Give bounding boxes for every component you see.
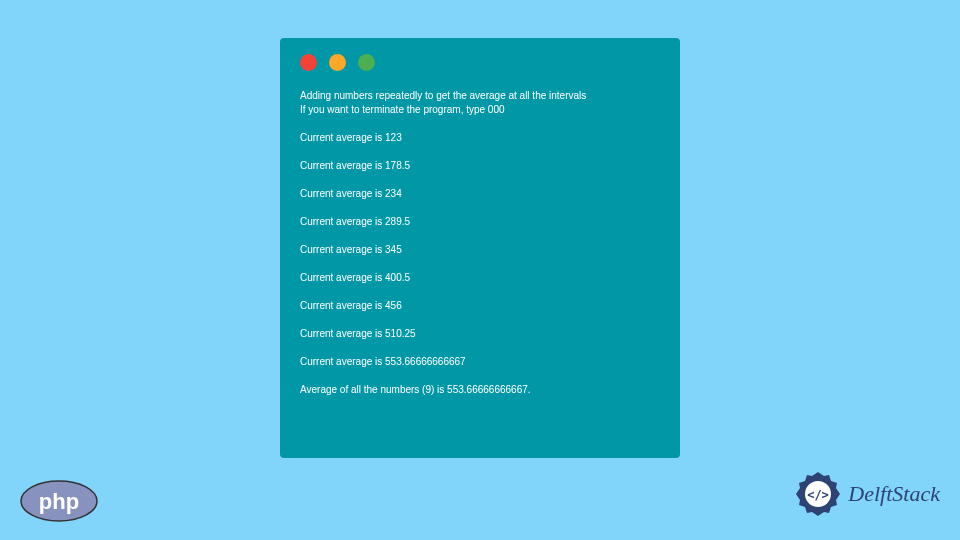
terminal-window: Adding numbers repeatedly to get the ave… <box>280 38 680 458</box>
output-line: Current average is 123 <box>300 131 660 145</box>
terminal-output: Adding numbers repeatedly to get the ave… <box>300 89 660 397</box>
minimize-icon[interactable] <box>329 54 346 71</box>
header-line: If you want to terminate the program, ty… <box>300 103 660 117</box>
delftstack-icon: </> <box>794 470 842 518</box>
maximize-icon[interactable] <box>358 54 375 71</box>
svg-text:</>: </> <box>808 488 830 502</box>
delftstack-logo: </> DelftStack <box>794 470 940 518</box>
output-line: Current average is 345 <box>300 243 660 257</box>
output-line: Current average is 289.5 <box>300 215 660 229</box>
final-line: Average of all the numbers (9) is 553.66… <box>300 383 660 397</box>
output-line: Current average is 234 <box>300 187 660 201</box>
output-line: Current average is 510.25 <box>300 327 660 341</box>
close-icon[interactable] <box>300 54 317 71</box>
output-line: Current average is 553.66666666667 <box>300 355 660 369</box>
output-line: Current average is 178.5 <box>300 159 660 173</box>
output-line: Current average is 400.5 <box>300 271 660 285</box>
php-logo: php <box>20 480 98 522</box>
delftstack-text: DelftStack <box>848 481 940 507</box>
traffic-lights <box>300 54 660 71</box>
output-line: Current average is 456 <box>300 299 660 313</box>
php-text: php <box>39 489 79 514</box>
header-line: Adding numbers repeatedly to get the ave… <box>300 89 660 103</box>
